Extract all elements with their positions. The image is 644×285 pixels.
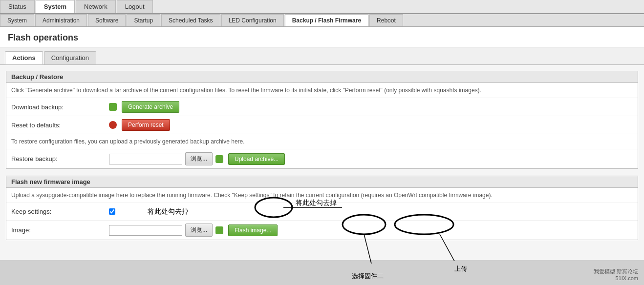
keep-settings-annotation: 将此处勾去掉 bbox=[148, 207, 189, 216]
image-label: Image: bbox=[11, 226, 109, 234]
second-nav-tab-led[interactable]: LED Configuration bbox=[221, 14, 284, 26]
restore-backup-label: Restore backup: bbox=[11, 155, 109, 163]
perform-reset-icon bbox=[109, 121, 117, 129]
image-control: 浏览... Flash image... bbox=[109, 224, 278, 237]
keep-settings-label: Keep settings: bbox=[11, 208, 109, 215]
restore-file-input[interactable] bbox=[109, 154, 182, 164]
second-nav: System Administration Software Startup S… bbox=[0, 14, 644, 27]
image-browse-button[interactable]: 浏览... bbox=[185, 224, 213, 237]
flash-image-icon bbox=[215, 226, 223, 234]
restore-backup-control: 浏览... Upload archive... bbox=[109, 152, 285, 165]
restore-browse-button[interactable]: 浏览... bbox=[185, 152, 213, 165]
keep-settings-checkbox[interactable] bbox=[109, 208, 115, 215]
reset-defaults-row: Reset to defaults: Perform reset bbox=[6, 116, 638, 134]
second-nav-tab-startup[interactable]: Startup bbox=[127, 14, 160, 26]
tabs-bar: Actions Configuration bbox=[0, 47, 644, 65]
second-nav-tab-system[interactable]: System bbox=[0, 14, 34, 26]
download-backup-label: Download backup: bbox=[11, 103, 109, 111]
backup-restore-title: Backup / Restore bbox=[6, 71, 638, 83]
second-nav-tab-scheduled[interactable]: Scheduled Tasks bbox=[161, 14, 220, 26]
upload-archive-button[interactable]: Upload archive... bbox=[228, 153, 285, 165]
second-nav-tab-administration[interactable]: Administration bbox=[35, 14, 87, 26]
watermark-line2: 51IX.com bbox=[594, 275, 638, 281]
top-nav-tab-logout[interactable]: Logout bbox=[117, 0, 153, 13]
top-nav-tab-status[interactable]: Status bbox=[0, 0, 35, 13]
backup-restore-desc: Click "Generate archive" to download a t… bbox=[6, 83, 638, 98]
flash-firmware-section: Flash new firmware image Upload a sysupg… bbox=[6, 176, 638, 240]
restore-desc: To restore configuration files, you can … bbox=[6, 134, 638, 149]
main-content: Backup / Restore Click "Generate archive… bbox=[0, 65, 644, 260]
backup-restore-section: Backup / Restore Click "Generate archive… bbox=[6, 71, 638, 169]
page-container: Status System Network Logout System Admi… bbox=[0, 0, 644, 285]
top-nav-tab-network[interactable]: Network bbox=[76, 0, 116, 13]
generate-archive-icon bbox=[109, 103, 117, 111]
flash-firmware-desc: Upload a sysupgrade-compatible image her… bbox=[6, 188, 638, 203]
download-backup-control: Generate archive bbox=[109, 101, 179, 113]
reset-defaults-label: Reset to defaults: bbox=[11, 122, 109, 129]
svg-text:上传: 上传 bbox=[454, 265, 467, 272]
download-backup-row: Download backup: Generate archive bbox=[6, 98, 638, 116]
watermark-line1: 我爱模型 斯宾论坛 bbox=[594, 268, 638, 275]
flash-firmware-title: Flash new firmware image bbox=[6, 176, 638, 188]
top-nav: Status System Network Logout bbox=[0, 0, 644, 14]
watermark: 我爱模型 斯宾论坛 51IX.com bbox=[594, 268, 638, 281]
image-file-input[interactable] bbox=[109, 225, 182, 236]
keep-settings-row: Keep settings: 将此处勾去掉 bbox=[6, 203, 638, 221]
second-nav-tab-backup[interactable]: Backup / Flash Firmware bbox=[285, 14, 368, 26]
upload-archive-icon bbox=[215, 155, 223, 163]
perform-reset-button[interactable]: Perform reset bbox=[122, 119, 170, 131]
reset-defaults-control: Perform reset bbox=[109, 119, 170, 131]
image-row: Image: 浏览... Flash image... bbox=[6, 221, 638, 240]
second-nav-tab-software[interactable]: Software bbox=[88, 14, 126, 26]
tab-actions[interactable]: Actions bbox=[5, 51, 43, 64]
svg-text:选择固件二: 选择固件二 bbox=[352, 272, 384, 280]
keep-settings-control: 将此处勾去掉 bbox=[109, 207, 189, 216]
second-nav-tab-reboot[interactable]: Reboot bbox=[369, 14, 403, 26]
top-nav-tab-system[interactable]: System bbox=[36, 0, 75, 13]
page-title: Flash operations bbox=[0, 27, 644, 47]
restore-backup-row: Restore backup: 浏览... Upload archive... bbox=[6, 149, 638, 168]
tab-configuration[interactable]: Configuration bbox=[44, 51, 96, 64]
flash-image-button[interactable]: Flash image... bbox=[228, 224, 278, 236]
generate-archive-button[interactable]: Generate archive bbox=[122, 101, 179, 113]
